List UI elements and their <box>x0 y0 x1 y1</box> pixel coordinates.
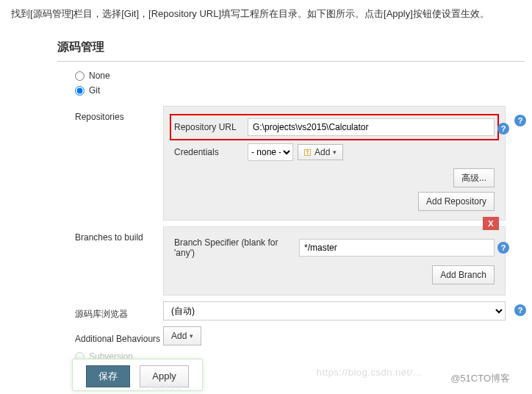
help-icon[interactable]: ? <box>497 242 509 254</box>
repo-url-label: Repository URL <box>174 122 248 132</box>
branch-spec-row: Branch Specifier (blank for 'any') ? <box>174 237 495 258</box>
help-icon[interactable]: ? <box>514 304 526 316</box>
add-branch-button[interactable]: Add Branch <box>432 265 495 284</box>
add-cred-label: Add <box>314 147 330 157</box>
branch-specifier-label: Branch Specifier (blank for 'any') <box>174 237 299 258</box>
repo-buttons-2: Add Repository <box>174 192 495 211</box>
branches-box: X Branch Specifier (blank for 'any') ? A… <box>163 226 506 296</box>
page-instruction: 找到[源码管理]栏目，选择[Git]，[Repository URL]填写工程所… <box>0 0 532 35</box>
scm-option-none[interactable]: None <box>75 71 525 81</box>
faint-watermark: https://blog.csdn.net/... <box>317 367 422 378</box>
credentials-row: Credentials - none - ⚿ Add ▾ <box>174 143 495 161</box>
branch-specifier-input[interactable] <box>299 239 495 257</box>
branch-buttons: Add Branch <box>174 265 495 284</box>
help-icon[interactable]: ? <box>514 115 526 126</box>
scm-panel: 源码管理 None Git Repositories ? Repository … <box>57 35 525 362</box>
repo-url-input[interactable] <box>248 118 495 136</box>
help-icon[interactable]: ? <box>497 123 509 135</box>
advanced-button[interactable]: 高级... <box>453 168 495 187</box>
radio-git-label: Git <box>89 85 100 96</box>
repo-browser-select[interactable]: (自动) <box>163 301 506 320</box>
repositories-box: Repository URL ? Credentials - none - ⚿ … <box>163 106 506 221</box>
browser-label: 源码库浏览器 <box>75 302 163 320</box>
radio-git[interactable] <box>75 86 85 96</box>
delete-branch-button[interactable]: X <box>483 217 499 230</box>
add-credentials-button[interactable]: ⚿ Add ▾ <box>298 144 343 160</box>
branches-row: Branches to build X Branch Specifier (bl… <box>57 226 525 296</box>
repo-buttons: 高级... <box>174 168 495 187</box>
repo-url-row: Repository URL ? <box>174 118 495 136</box>
chevron-down-icon: ▾ <box>333 148 337 156</box>
behaviours-row: Additional Behaviours Add ▾ <box>57 326 525 345</box>
add-behaviour-label: Add <box>171 331 187 341</box>
scm-radio-group: None Git <box>57 71 525 96</box>
browser-row: 源码库浏览器 (自动) ? <box>57 301 525 320</box>
radio-none-label: None <box>89 71 110 81</box>
add-repository-button[interactable]: Add Repository <box>418 192 495 211</box>
radio-none[interactable] <box>75 71 85 81</box>
add-behaviour-button[interactable]: Add ▾ <box>163 326 201 345</box>
scm-option-git[interactable]: Git <box>75 85 525 96</box>
repositories-label: Repositories <box>75 106 163 122</box>
chevron-down-icon: ▾ <box>190 332 193 340</box>
watermark: @51CTO博客 <box>450 372 510 385</box>
credentials-select[interactable]: - none - <box>248 143 293 161</box>
section-title: 源码管理 <box>57 35 525 62</box>
save-button[interactable]: 保存 <box>86 365 130 387</box>
credentials-label: Credentials <box>174 147 248 157</box>
action-bar: 保存 Apply 构建触发器 <box>72 359 203 392</box>
behaviours-label: Additional Behaviours <box>75 328 163 344</box>
key-icon: ⚿ <box>304 148 312 157</box>
faded-text: 构建触发器 <box>146 382 183 392</box>
repositories-row: Repositories ? Repository URL ? Credenti… <box>57 106 525 221</box>
branches-label: Branches to build <box>75 226 163 243</box>
